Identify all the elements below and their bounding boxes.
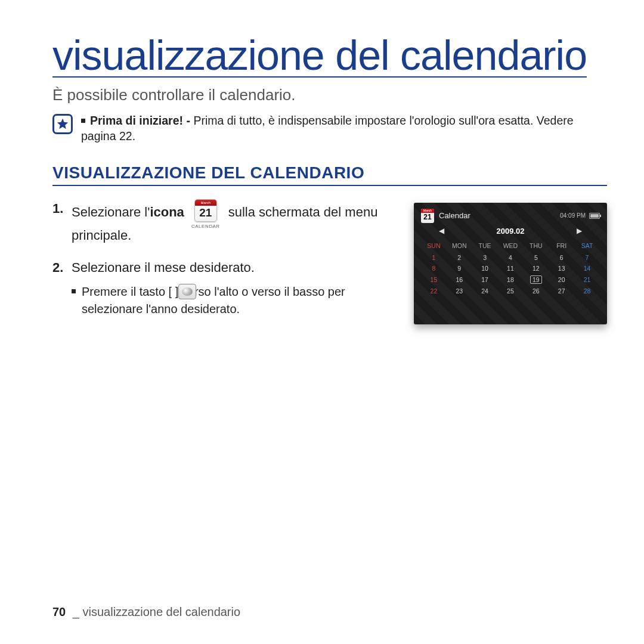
calendar-cell[interactable]: 25 <box>498 286 524 296</box>
next-month-arrow[interactable]: ▶ <box>577 227 582 235</box>
calendar-cell[interactable]: 23 <box>447 286 472 296</box>
device-calendar-grid: SUN MON TUE WED THU FRI SAT 123456789101… <box>421 240 600 296</box>
page-footer: 70 _ visualizzazione del calendario <box>52 605 240 619</box>
calendar-cell[interactable]: 21 <box>574 274 600 286</box>
calendar-cell[interactable]: 2 <box>447 252 472 263</box>
calendar-cell[interactable]: 4 <box>498 252 524 263</box>
step-2: Selezionare il mese desiderato. Premere … <box>52 258 400 318</box>
calendar-cell[interactable]: 16 <box>447 274 472 286</box>
calendar-cell[interactable]: 13 <box>549 263 574 274</box>
calendar-cell[interactable]: 14 <box>574 263 600 274</box>
calendar-cell[interactable]: 26 <box>523 286 549 296</box>
section-heading: VISUALIZZAZIONE DEL CALENDARIO <box>52 163 607 186</box>
step1-bold: icona <box>150 204 184 219</box>
calendar-cell[interactable]: 10 <box>472 263 498 274</box>
calendar-cell[interactable]: 6 <box>549 252 574 263</box>
calendar-cell[interactable]: 18 <box>498 274 524 286</box>
step2-sub-text: Premere il tasto [ ] verso l'alto o vers… <box>82 285 345 315</box>
calendar-cell[interactable]: 11 <box>498 263 524 274</box>
calendar-cell[interactable]: 3 <box>472 252 498 263</box>
svg-marker-0 <box>57 119 68 129</box>
step-1: Selezionare l'icona March 21 CALENDAR su… <box>52 199 400 245</box>
calendar-icon-number: 21 <box>195 206 216 221</box>
device-title: Calendar <box>439 211 470 220</box>
device-screenshot: March 21 Calendar 04:09 PM ◀ 2009.02 ▶ S… <box>414 203 607 324</box>
calendar-cell[interactable]: 1 <box>421 252 447 263</box>
star-icon <box>52 114 73 134</box>
day-header: FRI <box>549 240 574 252</box>
calendar-cell[interactable]: 5 <box>523 252 549 263</box>
calendar-cell[interactable]: 7 <box>574 252 600 263</box>
calendar-icon: March 21 CALENDAR <box>191 199 220 230</box>
calendar-cell[interactable]: 17 <box>472 274 498 286</box>
footer-text: visualizzazione del calendario <box>83 605 241 618</box>
calendar-cell[interactable]: 15 <box>421 274 447 286</box>
calendar-cell[interactable]: 22 <box>421 286 447 296</box>
prev-month-arrow[interactable]: ◀ <box>439 227 444 235</box>
toggle-button-icon <box>178 284 196 299</box>
day-header: TUE <box>472 240 498 252</box>
step2-sub: Premere il tasto [ ] verso l'alto o vers… <box>72 283 400 318</box>
calendar-icon-caption: CALENDAR <box>191 223 220 230</box>
day-header: THU <box>523 240 549 252</box>
device-calendar-icon: March 21 <box>421 209 434 223</box>
calendar-icon-tab: March <box>195 200 216 206</box>
calendar-cell[interactable]: 27 <box>549 286 574 296</box>
battery-icon <box>589 213 600 219</box>
calendar-cell[interactable]: 19 <box>523 274 549 286</box>
intro-text: È possibile controllare il calendario. <box>52 86 607 104</box>
page-number: 70 <box>52 605 66 618</box>
note-text: Prima di iniziare! - Prima di tutto, è i… <box>81 113 607 144</box>
note-bold: Prima di iniziare! - <box>90 114 193 127</box>
calendar-cell[interactable]: 20 <box>549 274 574 286</box>
day-header: WED <box>498 240 524 252</box>
step2-text: Selezionare il mese desiderato. <box>72 260 255 275</box>
calendar-cell[interactable]: 9 <box>447 263 472 274</box>
calendar-cell[interactable]: 28 <box>574 286 600 296</box>
calendar-cell[interactable]: 8 <box>421 263 447 274</box>
footer-sep: _ <box>73 605 79 618</box>
calendar-cell[interactable]: 12 <box>523 263 549 274</box>
step1-part-a: Selezionare l' <box>72 204 150 219</box>
day-header: SUN <box>421 240 447 252</box>
calendar-cell[interactable]: 24 <box>472 286 498 296</box>
device-month-label: 2009.02 <box>497 227 525 236</box>
day-header: SAT <box>574 240 600 252</box>
day-header: MON <box>447 240 472 252</box>
page-title: visualizzazione del calendario <box>52 35 587 78</box>
device-time: 04:09 PM <box>560 212 586 219</box>
note-row: Prima di iniziare! - Prima di tutto, è i… <box>52 113 607 144</box>
